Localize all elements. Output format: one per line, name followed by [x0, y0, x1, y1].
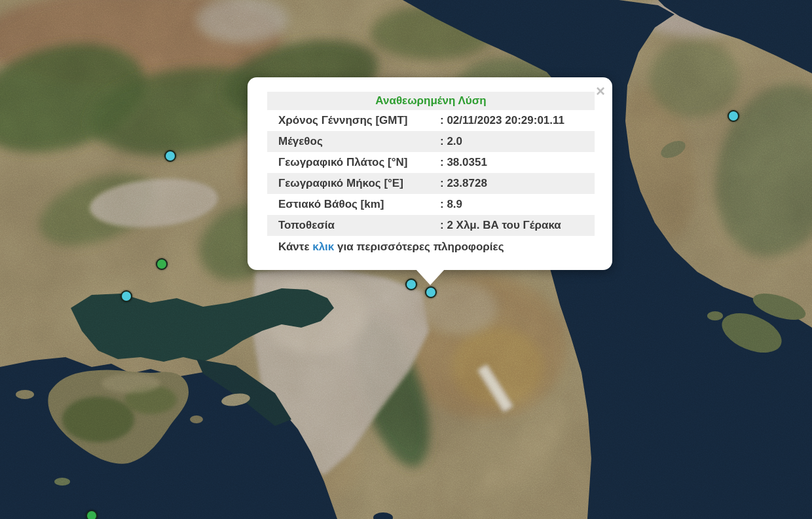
longitude-label: Γεωγραφικό Μήκος [°E] [278, 173, 440, 194]
location-label: Τοποθεσία [278, 215, 440, 236]
row-longitude: Γεωγραφικό Μήκος [°E] : 23.8728 [267, 173, 595, 194]
earthquake-info-popup: × Αναθεωρημένη Λύση Χρόνος Γέννησης [GMT… [248, 77, 612, 270]
footer-text-pre: Κάντε [278, 240, 312, 253]
row-magnitude: Μέγεθος : 2.0 [267, 131, 595, 152]
depth-label: Εστιακό Βάθος [km] [278, 194, 440, 215]
earthquake-marker[interactable] [164, 150, 176, 162]
latitude-value: : 38.0351 [440, 152, 595, 173]
earthquake-marker[interactable] [425, 286, 437, 298]
popup-close-icon[interactable]: × [591, 83, 610, 99]
row-latitude: Γεωγραφικό Πλάτος [°N] : 38.0351 [267, 152, 595, 173]
origin-time-value: : 02/11/2023 20:29:01.11 [440, 110, 595, 131]
map-application: × Αναθεωρημένη Λύση Χρόνος Γέννησης [GMT… [0, 0, 812, 519]
magnitude-value: : 2.0 [440, 131, 595, 152]
popup-content: Αναθεωρημένη Λύση Χρόνος Γέννησης [GMT] … [267, 92, 595, 258]
row-depth: Εστιακό Βάθος [km] : 8.9 [267, 194, 595, 215]
origin-time-label: Χρόνος Γέννησης [GMT] [278, 110, 440, 131]
more-info-link[interactable]: κλικ [312, 240, 334, 253]
earthquake-marker[interactable] [728, 110, 739, 122]
longitude-value: : 23.8728 [440, 173, 595, 194]
earthquake-marker[interactable] [120, 290, 132, 302]
row-location: Τοποθεσία : 2 Χλμ. ΒΑ του Γέρακα [267, 215, 595, 236]
row-origin-time: Χρόνος Γέννησης [GMT] : 02/11/2023 20:29… [267, 110, 595, 131]
earthquake-marker[interactable] [156, 258, 168, 270]
popup-title: Αναθεωρημένη Λύση [267, 92, 595, 110]
magnitude-label: Μέγεθος [278, 131, 440, 152]
footer-text-post: για περισσότερες πληροφορίες [334, 240, 504, 253]
earthquake-marker[interactable] [86, 510, 98, 519]
location-value: : 2 Χλμ. ΒΑ του Γέρακα [440, 215, 595, 236]
popup-footer: Κάντε κλικ για περισσότερες πληροφορίες [267, 236, 595, 258]
latitude-label: Γεωγραφικό Πλάτος [°N] [278, 152, 440, 173]
depth-value: : 8.9 [440, 194, 595, 215]
popup-tail [416, 269, 445, 285]
